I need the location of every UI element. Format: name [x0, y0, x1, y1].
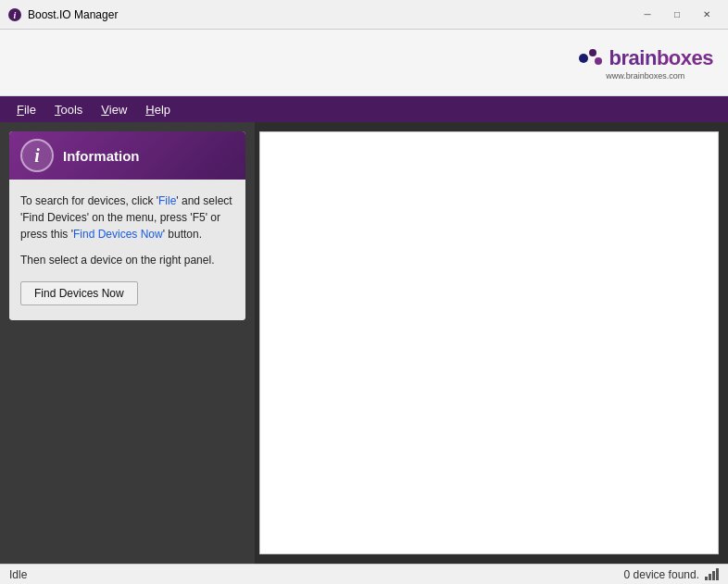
info-title: Information	[63, 148, 140, 164]
find-devices-button[interactable]: Find Devices Now	[20, 281, 138, 305]
logo-brand: brainboxes	[578, 45, 713, 71]
title-bar: i Boost.IO Manager ─ □ ✕	[0, 0, 728, 30]
status-text: Idle	[9, 568, 27, 581]
info-body: To search for devices, click 'File' and …	[9, 180, 245, 320]
header: brainboxes www.brainboxes.com	[0, 30, 728, 96]
maximize-button[interactable]: □	[663, 6, 691, 24]
status-bar: Idle 0 device found.	[0, 564, 728, 584]
title-text: Boost.IO Manager	[28, 8, 118, 21]
find-devices-link[interactable]: Find Devices Now	[73, 228, 163, 241]
menu-view[interactable]: View	[92, 99, 136, 120]
status-right: 0 device found.	[624, 568, 719, 581]
menu-bar: File Tools View Help	[0, 96, 728, 122]
window-controls: ─ □ ✕	[634, 6, 721, 24]
logo-icon	[578, 45, 604, 71]
app-icon: i	[7, 7, 22, 22]
info-card: i Information To search for devices, cli…	[9, 131, 245, 320]
close-button[interactable]: ✕	[693, 6, 721, 24]
info-text2: Then select a device on the right panel.	[20, 252, 234, 268]
svg-point-4	[595, 57, 602, 65]
file-link[interactable]: File	[158, 194, 176, 207]
network-icon	[705, 568, 719, 580]
device-count: 0 device found.	[624, 568, 699, 581]
info-text: To search for devices, click 'File' and …	[20, 193, 234, 242]
brand-website: www.brainboxes.com	[606, 71, 684, 81]
minimize-button[interactable]: ─	[634, 6, 661, 24]
svg-point-3	[589, 49, 596, 56]
main-content: i Information To search for devices, cli…	[0, 122, 728, 564]
logo-area: brainboxes www.brainboxes.com	[578, 45, 713, 81]
svg-point-2	[579, 54, 588, 63]
brand-name: brainboxes	[609, 46, 713, 70]
menu-tools[interactable]: Tools	[45, 99, 92, 120]
menu-file[interactable]: File	[7, 99, 45, 120]
svg-text:i: i	[14, 10, 17, 20]
info-header: i Information	[9, 131, 245, 180]
left-panel: i Information To search for devices, cli…	[0, 122, 255, 564]
title-bar-left: i Boost.IO Manager	[7, 7, 118, 22]
right-panel	[259, 131, 719, 554]
info-icon: i	[20, 139, 54, 172]
menu-help[interactable]: Help	[136, 99, 180, 120]
